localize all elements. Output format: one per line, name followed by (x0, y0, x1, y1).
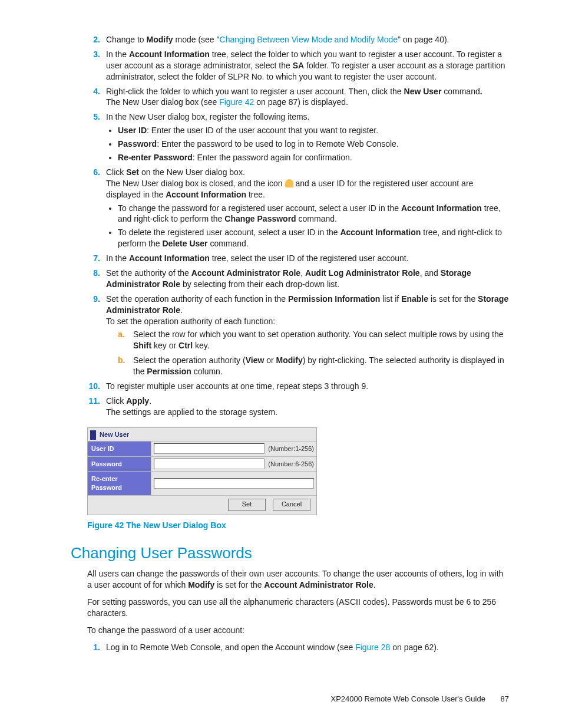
list-item: b. Select the operation authority (View … (118, 355, 509, 377)
step-9-sublist: a. Select the row for which you want to … (118, 329, 509, 377)
dialog-row-userid: User ID (Number:1-256) (88, 441, 316, 456)
page-footer: XP24000 Remote Web Console User's Guide … (71, 694, 509, 704)
step-number: 2. (87, 34, 100, 45)
label-userid: User ID (88, 442, 151, 456)
password-input[interactable] (154, 459, 265, 469)
step-7: 7. In the Account Information tree, sele… (87, 253, 509, 264)
userid-input[interactable] (154, 443, 265, 454)
paragraph: All users can change the passwords of th… (87, 568, 509, 591)
step-number: 10. (87, 381, 100, 392)
step-number: 5. (87, 111, 100, 123)
user-icon (285, 179, 293, 187)
step-3: 3. In the Account Information tree, sele… (87, 49, 509, 83)
list-item: To change the password for a registered … (118, 203, 509, 225)
step-number: 7. (87, 253, 100, 264)
step-6-bullets: To change the password for a registered … (118, 203, 509, 250)
userid-hint: (Number:1-256) (268, 444, 314, 453)
step-number: 8. (87, 268, 100, 279)
link-figure-28[interactable]: Figure 28 (355, 643, 390, 652)
set-button[interactable]: Set (228, 499, 266, 511)
step-number: 1. (87, 642, 100, 653)
step-number: 11. (87, 396, 100, 407)
step-6: 6. Click Set on the New User dialog box.… (87, 167, 509, 249)
list-item: a. Select the row for which you want to … (118, 329, 509, 351)
step-11: 11. Click Apply. The settings are applie… (87, 396, 509, 418)
label-password: Password (88, 457, 151, 472)
dialog-title: New User (100, 430, 129, 439)
sub-letter: a. (118, 329, 125, 340)
cancel-button[interactable]: Cancel (273, 499, 310, 511)
section-heading: Changing User Passwords (71, 543, 509, 564)
label-reenter-password: Re-enter Password (88, 472, 151, 495)
step-10: 10. To register multiple user accounts a… (87, 381, 509, 392)
dialog-actions: Set Cancel (88, 495, 316, 515)
list-item: Password: Enter the password to be used … (118, 139, 509, 150)
step-2: 2. Change to Modify mode (see "Changing … (87, 34, 509, 45)
dialog-row-password: Password (Number:6-256) (88, 456, 316, 472)
link-figure-42[interactable]: Figure 42 (219, 97, 254, 107)
paragraph: To change the password of a user account… (87, 625, 509, 636)
list-item: To delete the registered user account, s… (118, 227, 509, 249)
step-number: 3. (87, 49, 100, 60)
step-1: 1. Log in to Remote Web Console, and ope… (87, 642, 509, 653)
step-5-bullets: User ID: Enter the user ID of the user a… (118, 125, 509, 163)
new-user-dialog: New User User ID (Number:1-256) Password… (87, 427, 317, 515)
step-number: 4. (87, 86, 100, 97)
change-password-steps: 1. Log in to Remote Web Console, and ope… (87, 642, 509, 653)
link-changing-mode[interactable]: Changing Between View Mode and Modify Mo… (220, 35, 398, 44)
step-number: 9. (87, 294, 100, 305)
password-hint: (Number:6-256) (268, 460, 314, 469)
dialog-row-reenter: Re-enter Password (88, 471, 316, 495)
numbered-steps-list: 2. Change to Modify mode (see "Changing … (87, 34, 509, 418)
step-9: 9. Set the operation authority of each f… (87, 294, 509, 377)
figure-caption: Figure 42 The New User Dialog Box (87, 520, 509, 531)
reenter-password-input[interactable] (154, 478, 314, 489)
list-item: Re-enter Password: Enter the password ag… (118, 152, 509, 163)
step-4: 4. Right-click the folder to which you w… (87, 86, 509, 108)
sub-letter: b. (118, 355, 125, 366)
page-number: 87 (501, 694, 509, 704)
list-item: User ID: Enter the user ID of the user a… (118, 125, 509, 136)
step-5: 5. In the New User dialog box, register … (87, 111, 509, 163)
step-8: 8. Set the authority of the Account Admi… (87, 268, 509, 290)
title-marker-icon (90, 430, 96, 440)
step-number: 6. (87, 167, 100, 178)
footer-guide-title: XP24000 Remote Web Console User's Guide (331, 694, 485, 703)
paragraph: For setting passwords, you can use all t… (87, 597, 509, 619)
dialog-titlebar: New User (88, 428, 316, 441)
